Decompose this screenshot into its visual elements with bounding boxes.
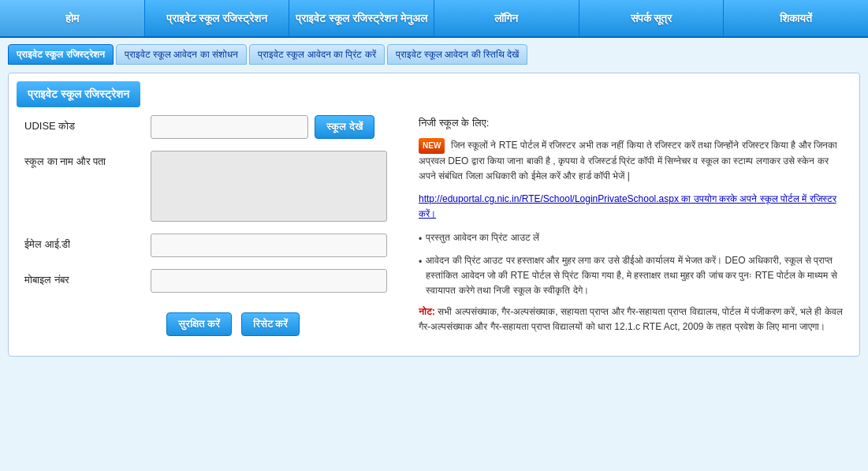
school-name-row: स्कूल का नाम और पता (24, 151, 403, 222)
tab-registration[interactable]: प्राइवेट स्कूल रजिस्ट्रेशन (8, 44, 114, 65)
note-section: नोट: सभी अल्पसंख्याक, गैर-अल्पसंख्याक, स… (419, 305, 844, 335)
udise-input[interactable] (151, 115, 308, 139)
action-buttons: सुरक्षित करें रिसेट करें (24, 305, 403, 336)
bullet-text-2: आवेदन की प्रिंट आउट पर हस्ताक्षर और मुहर… (426, 253, 844, 299)
panel-title: प्राइवेट स्कूल रजिस्ट्रेशन (17, 81, 140, 107)
mobile-control-area (151, 269, 403, 293)
note-text: सभी अल्पसंख्याक, गैर-अल्पसंख्याक, सहायता… (419, 306, 843, 332)
mobile-label: मोबाइल नंबर (24, 269, 151, 286)
form-section: UDISE कोड स्कूल देखें स्कूल का नाम और पत… (9, 107, 859, 344)
main-panel: प्राइवेट स्कूल रजिस्ट्रेशन UDISE कोड स्क… (8, 73, 860, 357)
right-panel-link[interactable]: http://eduportal.cg.nic.in/RTE/School/Lo… (419, 192, 844, 222)
school-name-textarea[interactable] (151, 151, 387, 222)
reset-button[interactable]: रिसेट करें (241, 312, 300, 336)
tab-amendment[interactable]: प्राइवेट स्कूल आवेदन का संशोधन (116, 44, 247, 65)
bullet-item-1: • प्रस्तुत आवेदन का प्रिंट आउट लें (419, 230, 844, 247)
school-control-area (151, 151, 403, 222)
nav-private-school-reg[interactable]: प्राइवेट स्कूल रजिस्ट्रेशन (145, 0, 290, 36)
mobile-row: मोबाइल नंबर (24, 269, 403, 293)
bullet-item-2: • आवेदन की प्रिंट आउट पर हस्ताक्षर और मु… (419, 253, 844, 299)
udise-control-area: स्कूल देखें (151, 115, 403, 139)
form-left: UDISE कोड स्कूल देखें स्कूल का नाम और पत… (24, 115, 403, 336)
udise-label: UDISE कोड (24, 115, 151, 133)
nav-complaints[interactable]: शिकायतें (724, 0, 868, 36)
form-right: निजी स्कूल के लिए: NEW जिन स्कूलों ने RT… (419, 115, 844, 336)
mobile-input[interactable] (151, 269, 387, 293)
udise-row: UDISE कोड स्कूल देखें (24, 115, 403, 139)
tab-status[interactable]: प्राइवेट स्कूल आवेदन की स्तिथि देखें (387, 44, 528, 65)
right-panel-title: निजी स्कूल के लिए: (419, 115, 844, 132)
right-panel-new-text: NEW जिन स्कूलों ने RTE पोर्टल में रजिस्ट… (419, 138, 844, 184)
nav-private-school-manual[interactable]: प्राइवेट स्कूल रजिस्ट्रेशन मेनुअल (289, 0, 434, 36)
new-badge: NEW (419, 138, 445, 154)
note-label: नोट: (419, 306, 435, 317)
email-row: ईमेल आई.डी (24, 234, 403, 257)
school-name-label: स्कूल का नाम और पता (24, 151, 151, 168)
top-navigation: होम प्राइवेट स्कूल रजिस्ट्रेशन प्राइवेट … (0, 0, 868, 38)
email-label: ईमेल आई.डी (24, 234, 151, 251)
nav-contact[interactable]: संपर्क सूत्र (579, 0, 725, 36)
nav-login[interactable]: लॉगिन (434, 0, 579, 36)
email-input[interactable] (151, 234, 387, 257)
tab-print[interactable]: प्राइवेट स्कूल आवेदन का प्रिंट करें (249, 44, 385, 65)
right-panel-para1: जिन स्कूलों ने RTE पोर्टल में रजिस्टर अभ… (419, 140, 837, 181)
bullet-dot-2: • (419, 255, 422, 299)
tab-bar: प्राइवेट स्कूल रजिस्ट्रेशन प्राइवेट स्कू… (8, 44, 860, 65)
save-button[interactable]: सुरक्षित करें (166, 312, 232, 336)
bullet-text-1: प्रस्तुत आवेदन का प्रिंट आउट लें (426, 230, 539, 247)
bullet-dot-1: • (419, 232, 422, 247)
content-area: प्राइवेट स्कूल रजिस्ट्रेशन प्राइवेट स्कू… (0, 38, 868, 363)
nav-home[interactable]: होम (0, 0, 145, 36)
school-view-button[interactable]: स्कूल देखें (315, 115, 374, 139)
email-control-area (151, 234, 403, 257)
